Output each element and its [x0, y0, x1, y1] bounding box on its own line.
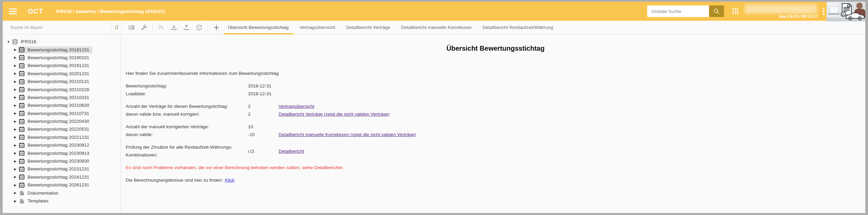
calendar-icon [19, 126, 25, 132]
top-bar: OCT IFRS16 / dataentry / Bewertungsstich… [3, 2, 865, 21]
tree-item-templates[interactable]: ▶ Templates [3, 197, 121, 205]
tree-item-date[interactable]: ▶ Bewertungsstichtag 20230930 [3, 157, 121, 165]
menu-icon[interactable] [9, 7, 17, 16]
toolbar-row: Übersicht Bewertungsstichtag Vertragsübe… [3, 21, 865, 34]
tree-item-date[interactable]: ▶ Bewertungsstichtag 20231231 [3, 165, 121, 173]
kv-row: Bewertungsstichtag: 2018-12-31 [126, 82, 865, 90]
tree-collapsed-icon[interactable]: ▶ [13, 135, 18, 139]
database-icon [12, 39, 18, 45]
tree-item-date[interactable]: ▶ Bewertungsstichtag 20261231 [3, 181, 121, 189]
calendar-icon [19, 134, 25, 140]
wrench-icon[interactable] [140, 23, 148, 32]
tree-collapsed-icon[interactable]: ▶ [13, 96, 18, 99]
tree-item-date[interactable]: ▶ Bewertungsstichtag 20230913 [3, 149, 121, 157]
link-vertragsuebersicht[interactable]: Vertragsübersicht [279, 102, 865, 110]
tree-collapsed-icon[interactable]: ▶ [13, 144, 18, 147]
restore-icon[interactable] [195, 23, 203, 32]
apps-icon[interactable] [732, 8, 738, 14]
tree-collapsed-icon[interactable]: ▶ [13, 64, 18, 67]
summary-row: davon valide: -10 Detailbericht manuelle… [126, 131, 865, 138]
add-tab-icon[interactable] [212, 23, 220, 32]
version-label: App 5.9.20 | DB 5.9.17 [779, 14, 818, 18]
user-account-area[interactable] [745, 4, 817, 14]
tree-collapsed-icon[interactable]: ▶ [13, 160, 18, 163]
tree-collapsed-icon[interactable]: ▶ [13, 167, 18, 171]
overflow-icon[interactable] [823, 7, 825, 16]
tree-item-date[interactable]: ▶ Bewertungsstichtag 20220430 [3, 117, 121, 125]
tree-collapsed-icon[interactable]: ▶ [13, 175, 18, 179]
tree-collapsed-icon[interactable]: ▶ [13, 56, 18, 59]
summary-row: Prüfung der Zinsätze für alle Restlaufze… [126, 143, 865, 159]
tree-item-date[interactable]: ▶ Bewertungsstichtag 20220531 [3, 125, 121, 133]
global-search [647, 5, 724, 17]
result-line: Die Berechnungsergebnisse sind hier zu f… [126, 176, 865, 184]
calendar-icon [19, 150, 25, 156]
tab-detailbericht-vertraege[interactable]: Detailbericht Verträge [341, 21, 396, 34]
calendar-icon [19, 47, 25, 53]
tab-detailbericht-manuelle-korrekturen[interactable]: Detailbericht manuelle Korrekturen [395, 21, 477, 34]
tree-collapsed-icon[interactable]: ▶ [13, 48, 18, 51]
intro-text: Hier finden Sie zusammenfassende Informa… [126, 69, 865, 77]
tree-collapsed-icon[interactable]: ▶ [13, 199, 18, 203]
tree-item-date[interactable]: ▶ Bewertungsstichtag 20190101 [3, 54, 121, 62]
row-value: 2 [248, 110, 279, 118]
page-title: Übersicht Bewertungsstichtag [126, 45, 865, 52]
folder-building-icon [19, 198, 25, 204]
upload-icon[interactable] [182, 23, 191, 32]
tree-item-date[interactable]: ▶ Bewertungsstichtag 20230912 [3, 141, 121, 149]
tree-expanded-icon[interactable]: ▼ [6, 40, 11, 44]
tree-item-dokumentation[interactable]: ▶ Dokumentation [3, 189, 121, 197]
tree-collapsed-icon[interactable]: ▶ [13, 191, 18, 195]
hierarchy-icon[interactable] [157, 23, 165, 32]
calendar-icon [19, 166, 25, 172]
tree-item-date[interactable]: ▶ Bewertungsstichtag 20221231 [3, 133, 121, 141]
folder-building-icon [19, 190, 25, 196]
link-klick[interactable]: Klick [225, 178, 235, 183]
tree-collapsed-icon[interactable]: ▶ [13, 104, 18, 107]
tree-collapsed-icon[interactable]: ▶ [13, 128, 18, 131]
tree-item-date[interactable]: ▶ Bewertungsstichtag 20210630 [3, 101, 121, 109]
tree-item-date[interactable]: ▶ Bewertungsstichtag 20201231 [3, 70, 121, 78]
tree-item-date[interactable]: ▶ Bewertungsstichtag 20191231 [3, 62, 121, 69]
tab-vertragsuebersicht[interactable]: Vertragsübersicht [294, 21, 341, 34]
summary-row: davon valide bzw. manuell korrigiert: 2 … [126, 110, 865, 118]
calendar-icon [19, 118, 25, 125]
link-detailbericht[interactable]: Detailbericht [279, 147, 865, 155]
tree-item-date[interactable]: ▶ Bewertungsstichtag 20210131 [3, 78, 121, 85]
summary-row: Anzahl der manuell korrigierten Verträge… [126, 123, 865, 131]
tree-collapsed-icon[interactable]: ▶ [13, 183, 18, 187]
link-detailbericht-manuelle-korrekturen[interactable]: Detailbericht manuelle Korrekturen (zeig… [279, 131, 865, 138]
navigation-tree: ▼ IFRS16 ▶ Bewertungsstichtag 20181231 ▶… [3, 34, 121, 213]
link-detailbericht-vertraege[interactable]: Detailbericht Verträge (zeigt die nicht … [279, 110, 865, 118]
calendar-icon [19, 142, 25, 148]
tree-item-date[interactable]: ▶ Bewertungsstichtag 20210331 [3, 94, 121, 101]
search-button[interactable] [709, 5, 724, 17]
tree-collapsed-icon[interactable]: ▶ [13, 88, 18, 91]
tree-collapsed-icon[interactable]: ▶ [13, 72, 18, 75]
tab-bar: Übersicht Bewertungsstichtag Vertragsübe… [223, 21, 559, 34]
tree-item-date[interactable]: ▶ Bewertungsstichtag 20210228 [3, 85, 121, 93]
panel-resize-handle[interactable] [112, 21, 121, 34]
tab-detailbericht-restlaufzeit-waehrung[interactable]: Detailbericht Restlaufzeit/Währung [477, 21, 559, 34]
row-value: 10 [248, 123, 279, 131]
tree-root-ifrs16[interactable]: ▼ IFRS16 [3, 38, 121, 46]
tree-collapsed-icon[interactable]: ▶ [13, 120, 18, 123]
tree-item-date[interactable]: ▶ Bewertungsstichtag 20181231 [3, 46, 121, 53]
app-name: OCT [28, 7, 43, 15]
kv-row: Loaddate: 2018-12-31 [126, 90, 865, 98]
warning-text: Es sind noch Probleme vorhanden, die vor… [126, 164, 865, 171]
bewertungsstichtag-value: 2018-12-31 [248, 82, 279, 90]
calendar-icon [19, 174, 25, 180]
tree-item-date[interactable]: ▶ Bewertungsstichtag 20210731 [3, 110, 121, 117]
report-panel-icon[interactable] [127, 23, 136, 32]
row-value: 2 [248, 102, 279, 110]
tree-search-input[interactable] [3, 24, 112, 30]
tree-item-date[interactable]: ▶ Bewertungsstichtag 20241231 [3, 173, 121, 181]
tree-collapsed-icon[interactable]: ▶ [13, 151, 18, 155]
tree-collapsed-icon[interactable]: ▶ [13, 80, 18, 83]
global-search-input[interactable] [647, 5, 709, 17]
tree-collapsed-icon[interactable]: ▶ [13, 112, 18, 115]
calendar-icon [19, 182, 25, 188]
tab-uebersicht-bewertungsstichtag[interactable]: Übersicht Bewertungsstichtag [223, 21, 294, 34]
download-icon[interactable] [170, 23, 178, 32]
